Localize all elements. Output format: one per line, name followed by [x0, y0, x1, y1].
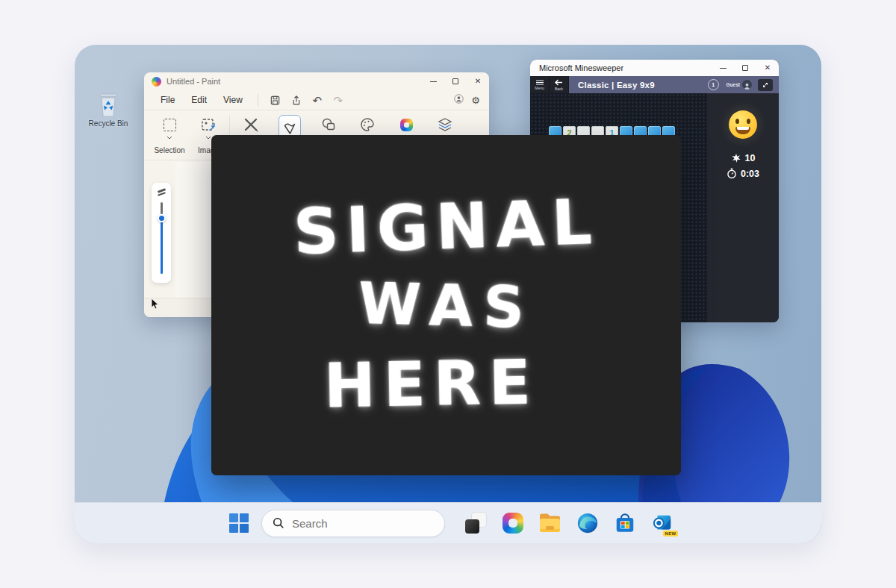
outlook-button[interactable]: NEW	[650, 510, 675, 536]
layers-icon	[436, 116, 454, 134]
maximize-button[interactable]	[734, 60, 756, 76]
edge-icon	[576, 512, 599, 534]
recycle-bin-shortcut[interactable]: Recycle Bin	[85, 93, 131, 128]
task-view-icon	[465, 513, 486, 534]
minimize-icon	[720, 68, 727, 69]
microsoft-store-icon	[614, 512, 636, 534]
undo-icon: ↶	[313, 95, 323, 106]
settings-button[interactable]: ⚙	[471, 96, 480, 105]
divider	[258, 94, 258, 106]
windows-logo-icon	[228, 513, 249, 534]
stopwatch-icon	[727, 168, 737, 179]
spray-text-line: SIGNAL	[292, 190, 600, 263]
paint-titlebar[interactable]: Untitled - Paint ✕	[144, 72, 489, 90]
undo-button[interactable]: ↶	[308, 93, 327, 107]
recycle-bin-icon	[96, 93, 120, 118]
save-button[interactable]	[266, 93, 285, 107]
signal-overlay-window: SIGNAL WAS HERE	[211, 135, 681, 475]
chevron-down-icon	[205, 136, 211, 140]
menu-edit[interactable]: Edit	[184, 93, 214, 107]
paint-app-icon	[152, 77, 161, 87]
minimize-button[interactable]	[712, 60, 734, 76]
person-icon	[744, 83, 750, 90]
taskbar-search[interactable]	[261, 510, 445, 537]
edge-button[interactable]	[575, 510, 600, 536]
menu-button-label: Menu	[535, 86, 544, 90]
copilot-icon	[400, 119, 413, 131]
start-button[interactable]	[228, 512, 250, 534]
brush-size-panel	[152, 183, 171, 283]
redo-icon: ↷	[334, 95, 343, 106]
smiley-glow	[719, 101, 767, 148]
copilot-tool[interactable]	[387, 115, 426, 134]
save-icon	[270, 95, 281, 106]
timer: 0:03	[727, 168, 759, 179]
colors-tool[interactable]	[348, 115, 387, 134]
maximize-icon	[452, 78, 458, 84]
mine-counter: 10	[731, 153, 756, 163]
copilot-button[interactable]	[500, 510, 526, 536]
brush-size-slider[interactable]	[161, 202, 163, 274]
mine-icon	[731, 153, 741, 163]
smiley-face-icon[interactable]	[729, 110, 757, 139]
hamburger-icon	[536, 80, 544, 85]
avatar[interactable]	[742, 80, 752, 90]
redo-button[interactable]: ↷	[329, 93, 348, 107]
game-mode-label: Classic | Easy 9x9	[578, 81, 708, 90]
minesweeper-window-title: Microsoft Minesweeper	[539, 63, 712, 72]
minesweeper-titlebar[interactable]: Microsoft Minesweeper ✕	[530, 60, 779, 76]
share-button[interactable]	[287, 93, 306, 107]
thickness-icon	[158, 188, 166, 196]
file-explorer-button[interactable]	[538, 510, 563, 536]
account-icon	[454, 94, 464, 104]
account-button[interactable]	[454, 93, 464, 107]
paint-window-title: Untitled - Paint	[167, 77, 422, 86]
menu-file[interactable]: File	[153, 93, 182, 107]
minesweeper-toolbar: Menu Back Classic | Easy 9x9 1 Guest	[530, 76, 779, 93]
expand-icon	[762, 81, 769, 89]
selection-label: Selection	[154, 146, 184, 154]
desktop-frame: Recycle Bin Untitled - Paint ✕ File Edit…	[75, 45, 821, 543]
close-button[interactable]: ✕	[467, 72, 489, 90]
trophy-icon[interactable]: 1	[708, 79, 719, 90]
shapes-icon	[320, 116, 337, 133]
fullscreen-button[interactable]	[758, 79, 773, 91]
task-view-button[interactable]	[463, 510, 488, 536]
share-icon	[290, 95, 302, 106]
back-arrow-icon	[555, 79, 563, 86]
chevron-down-icon	[167, 136, 172, 140]
menu-view[interactable]: View	[216, 93, 250, 107]
maximize-button[interactable]	[444, 72, 467, 90]
minimize-button[interactable]	[422, 72, 444, 90]
maximize-icon	[742, 65, 748, 71]
minimize-icon	[430, 81, 437, 82]
selection-icon	[164, 119, 176, 131]
slider-thumb[interactable]	[158, 214, 166, 222]
shapes-tool[interactable]	[309, 115, 348, 134]
search-input[interactable]	[292, 517, 411, 530]
tools-tool[interactable]	[231, 115, 270, 134]
spray-text-line: WAS	[358, 275, 535, 337]
spray-text-line: HERE	[323, 351, 539, 416]
image-crop-icon	[200, 116, 217, 133]
paint-menubar: File Edit View ↶ ↷	[144, 90, 489, 110]
user-name: Guest	[727, 82, 740, 87]
microsoft-store-button[interactable]	[612, 510, 638, 536]
close-icon: ✕	[475, 78, 481, 85]
recycle-bin-label: Recycle Bin	[85, 119, 131, 128]
layers-tool[interactable]	[426, 115, 464, 134]
mode-bar: Classic | Easy 9x9 1 Guest	[569, 76, 779, 93]
menu-button[interactable]: Menu	[530, 76, 549, 93]
close-icon: ✕	[765, 64, 771, 72]
pencil-tools-icon	[242, 116, 260, 134]
brush-icon	[282, 121, 297, 136]
outlook-new-badge: NEW	[663, 531, 678, 537]
close-button[interactable]: ✕	[756, 60, 779, 76]
back-button[interactable]: Back	[550, 76, 568, 93]
minesweeper-stats-panel: 10 0:03	[707, 93, 779, 322]
mouse-cursor	[151, 298, 160, 310]
back-button-label: Back	[555, 87, 563, 91]
file-explorer-icon	[538, 513, 562, 534]
selection-tool[interactable]: Selection	[150, 115, 189, 154]
search-icon	[273, 517, 284, 529]
